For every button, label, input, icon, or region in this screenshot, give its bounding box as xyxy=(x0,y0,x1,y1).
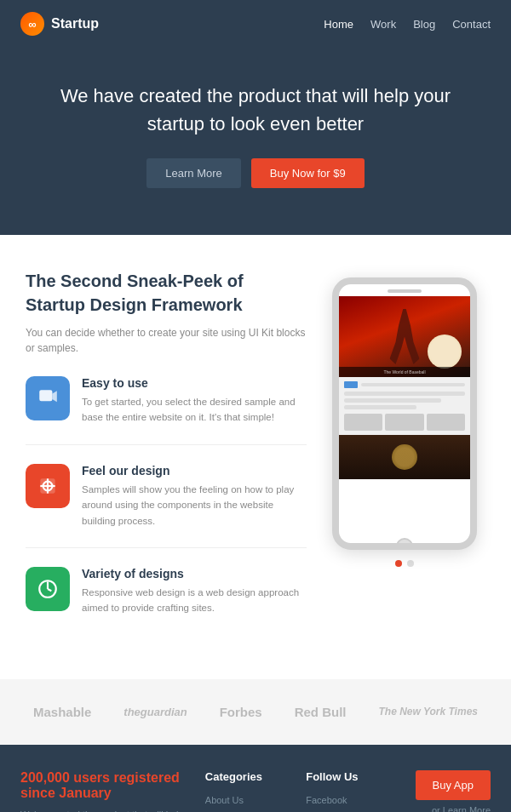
brand-guardian: theguardian xyxy=(123,706,187,718)
carousel-dot-1[interactable] xyxy=(395,560,402,567)
carousel-dots xyxy=(395,560,414,567)
nav-work[interactable]: Work xyxy=(370,18,396,31)
feature-text-1: Easy to use To get started, you select t… xyxy=(82,376,307,426)
brand: ∞ Startup xyxy=(20,12,99,36)
navbar: ∞ Startup Home Work Blog Contact xyxy=(0,0,511,48)
footer-follow: Follow Us Facebook Twitter Instagram xyxy=(306,770,389,812)
phone-screen: The World of Baseball xyxy=(339,296,470,535)
or-learn-more: or Learn More xyxy=(432,805,491,812)
buy-now-button[interactable]: Buy Now for $9 xyxy=(251,158,365,188)
feature-desc-3: Responsive web design is a web design ap… xyxy=(82,585,307,616)
svg-line-8 xyxy=(48,589,51,591)
phone-content-line-3 xyxy=(344,405,416,409)
feature-title-2: Feel our design xyxy=(82,464,307,477)
footer-stat-number: 200,000 xyxy=(20,770,70,785)
phone-content-line-1 xyxy=(344,392,465,396)
svg-marker-1 xyxy=(52,391,56,402)
baseball-circle xyxy=(428,335,462,369)
hero-title: We have created the product that will he… xyxy=(51,82,460,138)
brand-forbes: Forbes xyxy=(220,705,262,719)
feature-text-2: Feel our design Samples will show you th… xyxy=(82,464,307,529)
feature-icon-1 xyxy=(26,376,70,420)
footer-cta: Buy App or Learn More xyxy=(407,770,491,812)
follow-title: Follow Us xyxy=(306,770,389,783)
nav-blog[interactable]: Blog xyxy=(413,18,435,31)
nav-links: Home Work Blog Contact xyxy=(324,18,491,31)
categories-list: About Us Blog Team Career Contact xyxy=(205,792,289,812)
follow-list: Facebook Twitter Instagram xyxy=(306,792,389,812)
feature-desc-2: Samples will show you the feeling on how… xyxy=(82,482,307,529)
brand-icon: ∞ xyxy=(20,12,44,36)
hero-section: We have created the product that will he… xyxy=(0,48,511,235)
features-subtitle: You can decide whether to create your si… xyxy=(26,325,307,356)
feature-item-3: Variety of designs Responsive web design… xyxy=(26,567,307,635)
feature-item-2: Feel our design Samples will show you th… xyxy=(26,464,307,548)
feature-title-3: Variety of designs xyxy=(82,567,307,580)
learn-more-button[interactable]: Learn More xyxy=(146,158,240,188)
phone-home-button xyxy=(396,538,413,550)
brand-redbull: Red Bull xyxy=(295,705,347,719)
brand-nyt: The New York Times xyxy=(378,706,478,718)
footer-left: 200,000 users registered since January W… xyxy=(20,770,188,812)
footer-stat-heading: 200,000 users registered since January xyxy=(20,770,188,801)
features-right: The World of Baseball xyxy=(324,269,485,654)
phone-mockup: The World of Baseball xyxy=(332,277,477,550)
feature-desc-1: To get started, you select the desired s… xyxy=(82,394,307,426)
feature-item-1: Easy to use To get started, you select t… xyxy=(26,376,307,445)
follow-facebook[interactable]: Facebook xyxy=(306,795,347,805)
phone-image-top: The World of Baseball xyxy=(339,296,470,377)
footer-categories: Categories About Us Blog Team Career Con… xyxy=(205,770,289,812)
carousel-dot-2[interactable] xyxy=(407,560,414,567)
footer-top: 200,000 users registered since January W… xyxy=(20,770,491,812)
brand-name: Startup xyxy=(51,16,99,31)
features-left: The Second Sneak-Peek of Startup Design … xyxy=(26,269,307,654)
feature-title-1: Easy to use xyxy=(82,376,307,390)
feature-text-3: Variety of designs Responsive web design… xyxy=(82,567,307,616)
hero-buttons: Learn More Buy Now for $9 xyxy=(51,158,460,188)
feature-icon-3 xyxy=(26,567,70,611)
phone-speaker xyxy=(388,289,422,293)
phone-logo-small xyxy=(344,381,358,388)
player-silhouette xyxy=(390,309,420,364)
features-section: The Second Sneak-Peek of Startup Design … xyxy=(0,235,511,679)
footer: 200,000 users registered since January W… xyxy=(0,745,511,812)
svg-rect-0 xyxy=(39,390,52,401)
phone-menu-items xyxy=(344,414,465,431)
phone-image-bottom xyxy=(339,435,470,479)
phone-content-line-2 xyxy=(344,398,441,403)
cat-about[interactable]: About Us xyxy=(205,795,244,805)
feature-icon-2 xyxy=(26,464,70,508)
brands-section: Mashable theguardian Forbes Red Bull The… xyxy=(0,679,511,745)
categories-title: Categories xyxy=(205,770,289,783)
phone-content-area xyxy=(339,377,470,435)
nav-home[interactable]: Home xyxy=(324,18,353,31)
features-title: The Second Sneak-Peek of Startup Design … xyxy=(26,269,307,317)
phone-banner: The World of Baseball xyxy=(339,367,470,377)
buy-app-button[interactable]: Buy App xyxy=(416,770,491,800)
phone-nav-bar-line xyxy=(361,383,465,386)
footer-description: We've created the product that will help… xyxy=(20,808,188,812)
brand-icon-symbol: ∞ xyxy=(28,18,36,31)
nav-contact[interactable]: Contact xyxy=(452,18,491,31)
brand-mashable: Mashable xyxy=(33,705,91,719)
